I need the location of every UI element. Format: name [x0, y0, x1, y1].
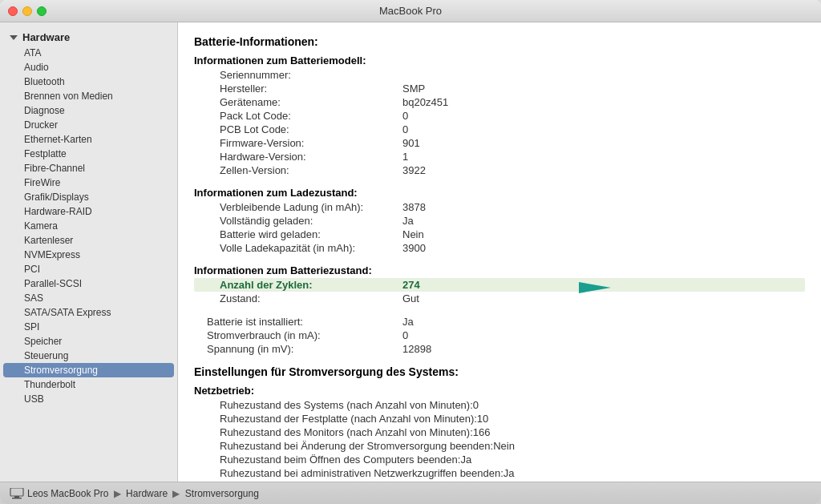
row-value: 0 — [402, 329, 408, 341]
row-value: 1 — [402, 151, 408, 163]
breadcrumb-separator-1: ▶ — [114, 488, 123, 499]
table-row: Ruhezustand des Monitors (nach Anzahl vo… — [194, 425, 805, 439]
netbetrieb-header: Netzbetrieb: — [194, 385, 805, 397]
row-label: Seriennummer: — [194, 69, 402, 81]
row-value: 12898 — [402, 343, 431, 355]
table-row: Hardware-Version: 1 — [194, 150, 805, 163]
main-section-header: Batterie-Informationen: — [194, 35, 805, 48]
minimize-button[interactable] — [22, 6, 32, 16]
maximize-button[interactable] — [37, 6, 47, 16]
breadcrumb-part-2: Hardware — [126, 488, 168, 499]
row-label: Verbleibende Ladung (in mAh): — [194, 201, 402, 213]
sidebar-item-sas[interactable]: SAS — [0, 291, 177, 305]
row-label: Ruhezustand des Systems (nach Anzahl von… — [194, 399, 473, 411]
row-label: Hersteller: — [194, 83, 402, 95]
misc-block: Batterie ist installiert: Ja Stromverbra… — [194, 315, 805, 356]
sidebar-item-bluetooth[interactable]: Bluetooth — [0, 75, 177, 89]
close-button[interactable] — [8, 6, 18, 16]
sidebar-item-ata[interactable]: ATA — [0, 46, 177, 60]
sidebar-item-ethernet[interactable]: Ethernet-Karten — [0, 132, 177, 147]
sidebar-item-fibre[interactable]: Fibre-Channel — [0, 161, 177, 175]
row-value: bq20z451 — [402, 96, 448, 108]
row-value: 10 — [477, 413, 488, 425]
row-value: 3922 — [402, 164, 426, 176]
sidebar-item-grafik[interactable]: Grafik/Displays — [0, 190, 177, 204]
table-row: Verbleibende Ladung (in mAh): 3878 — [194, 200, 805, 214]
detail-pane: Batterie-Informationen: Informationen zu… — [178, 22, 821, 482]
table-row: Ruhezustand der Festplatte (nach Anzahl … — [194, 412, 805, 425]
sidebar-item-spi[interactable]: SPI — [0, 320, 177, 334]
titlebar: MacBook Pro — [0, 0, 821, 22]
row-label: PCB Lot Code: — [194, 123, 402, 135]
row-label: Zellen-Version: — [194, 164, 402, 176]
sidebar-item-nvmexpress[interactable]: NVMExpress — [0, 248, 177, 262]
breadcrumb: Leos MacBook Pro ▶ Hardware ▶ Stromverso… — [27, 488, 259, 499]
row-value: 3900 — [402, 242, 426, 254]
row-value: Nein — [402, 228, 424, 240]
condition-block: Informationen zum Batteriezustand: Anzah… — [194, 264, 805, 305]
cycle-count-row: Anzahl der Zyklen: 274 — [194, 278, 805, 292]
row-label: Ruhezustand beim Öffnen des Computers be… — [194, 454, 460, 466]
row-label: Hardware-Version: — [194, 151, 402, 163]
row-value: 0 — [402, 123, 408, 135]
table-row: Ruhezustand des Systems (nach Anzahl von… — [194, 398, 805, 412]
table-row: Seriennummer: — [194, 68, 805, 82]
svg-rect-2 — [14, 496, 19, 498]
row-value: Ja — [504, 467, 515, 479]
sidebar-item-drucker[interactable]: Drucker — [0, 118, 177, 132]
row-label: Pack Lot Code: — [194, 110, 402, 122]
charge-block: Informationen zum Ladezustand: Verbleibe… — [194, 187, 805, 255]
sidebar-item-speicher[interactable]: Speicher — [0, 334, 177, 349]
breadcrumb-part-1: Leos MacBook Pro — [27, 488, 108, 499]
sidebar-item-sata[interactable]: SATA/SATA Express — [0, 305, 177, 320]
row-label: Batterie ist installiert: — [194, 316, 402, 328]
row-label: Stromverbrauch (in mA): — [194, 329, 402, 341]
sidebar-item-firewire[interactable]: FireWire — [0, 175, 177, 190]
row-value: 0 — [402, 110, 408, 122]
sidebar-section-hardware[interactable]: Hardware — [0, 29, 177, 46]
table-row: Spannung (in mV): 12898 — [194, 342, 805, 356]
sidebar-item-stromversorgung[interactable]: Stromversorgung — [3, 363, 174, 377]
sidebar-item-usb[interactable]: USB — [0, 392, 177, 406]
window-controls — [8, 6, 47, 16]
row-value: Ja — [460, 454, 471, 466]
annotation-arrow — [499, 276, 611, 299]
sidebar-item-steuerung[interactable]: Steuerung — [0, 349, 177, 363]
row-label: Firmware-Version: — [194, 137, 402, 149]
row-label: Volle Ladekapazität (in mAh): — [194, 242, 402, 254]
sidebar-item-diagnose[interactable]: Diagnose — [0, 103, 177, 118]
power-section-header: Einstellungen für Stromversorgung des Sy… — [194, 365, 805, 378]
table-row: Stromverbrauch (in mA): 0 — [194, 329, 805, 342]
sidebar-item-brennen[interactable]: Brennen von Medien — [0, 89, 177, 103]
sidebar-item-hardware-raid[interactable]: Hardware-RAID — [0, 204, 177, 219]
sidebar-item-parallel-scsi[interactable]: Parallel-SCSI — [0, 276, 177, 291]
sidebar-item-thunderbolt[interactable]: Thunderbolt — [0, 377, 177, 392]
table-row: Ruhezustand bei administrativen Netzwerk… — [194, 466, 805, 480]
sidebar-item-audio[interactable]: Audio — [0, 60, 177, 75]
sidebar-section-label: Hardware — [22, 31, 70, 43]
table-row: Vollständig geladen: Ja — [194, 214, 805, 228]
cycle-count-label: Anzahl der Zyklen: — [194, 279, 402, 291]
table-row: Batterie wird geladen: Nein — [194, 228, 805, 241]
table-row: Ruhezustand bei Änderung der Stromversor… — [194, 439, 805, 453]
table-row: Batterie ist installiert: Ja — [194, 315, 805, 329]
table-row: Ruhezustand beim Öffnen des Computers be… — [194, 453, 805, 466]
sidebar: Hardware ATA Audio Bluetooth Brennen von… — [0, 22, 178, 482]
table-row: Gerätename: bq20z451 — [194, 95, 805, 109]
sidebar-item-festplatte[interactable]: Festplatte — [0, 147, 177, 161]
row-value: Nein — [493, 440, 515, 452]
row-value: 3878 — [402, 201, 426, 213]
table-row: Volle Ladekapazität (in mAh): 3900 — [194, 241, 805, 255]
row-value: SMP — [402, 83, 425, 95]
sidebar-item-kamera[interactable]: Kamera — [0, 219, 177, 233]
row-label: Gerätename: — [194, 96, 402, 108]
table-row: Pack Lot Code: 0 — [194, 109, 805, 123]
sidebar-item-kartenleser[interactable]: Kartenleser — [0, 233, 177, 248]
statusbar: Leos MacBook Pro ▶ Hardware ▶ Stromverso… — [0, 482, 821, 504]
row-value: Gut — [402, 292, 419, 304]
cycle-count-value: 274 — [402, 279, 420, 291]
row-value: 0 — [473, 399, 479, 411]
svg-rect-3 — [12, 498, 22, 499]
sidebar-item-pci[interactable]: PCI — [0, 262, 177, 276]
row-label: Vollständig geladen: — [194, 215, 402, 227]
